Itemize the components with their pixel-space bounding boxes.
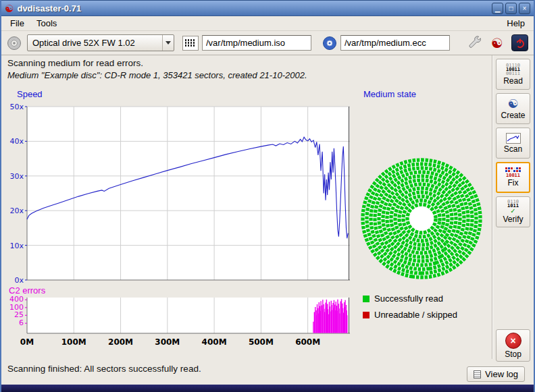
view-log-label: View log	[485, 369, 518, 379]
ecc-path-input[interactable]	[340, 35, 450, 51]
iso-image-icon	[182, 36, 199, 51]
dvdisaster-logo-icon[interactable]: ☯	[491, 36, 503, 50]
legend-item-unreadable: Unreadable / skipped	[363, 310, 457, 320]
status-line-1: Scanning medium for read errors.	[7, 58, 143, 68]
svg-text:50x: 50x	[9, 103, 24, 111]
svg-text:40x: 40x	[9, 137, 24, 146]
window-bottom-frame	[0, 385, 535, 392]
create-button-label: Create	[501, 111, 525, 120]
legend-label-unreadable: Unreadable / skipped	[374, 310, 457, 320]
menubar: File Tools Help	[1, 16, 534, 31]
main-area: Scanning medium for read errors. Medium …	[1, 55, 534, 385]
verify-button-label: Verify	[503, 215, 523, 224]
maximize-icon[interactable]: □	[505, 3, 517, 14]
window-title: dvdisaster-0.71	[17, 3, 81, 13]
read-button-label: Read	[503, 76, 523, 86]
fix-pixels-icon	[505, 167, 521, 172]
svg-text:0M: 0M	[20, 337, 34, 347]
drive-icon[interactable]	[7, 36, 22, 51]
titlebar: ☯ dvdisaster-0.71 ▁ □ ×	[1, 0, 534, 16]
status-line-2: Medium "Example disc": CD-R mode 1, 3534…	[7, 70, 307, 80]
ecc-file-icon	[322, 36, 337, 51]
iso-path-input[interactable]	[202, 35, 311, 51]
legend-swatch-unreadable	[363, 312, 370, 318]
app-window: ☯ dvdisaster-0.71 ▁ □ × File Tools Help …	[0, 0, 535, 392]
svg-text:200M: 200M	[108, 337, 133, 347]
app-icon: ☯	[5, 3, 14, 13]
svg-text:500M: 500M	[249, 337, 274, 347]
svg-text:300M: 300M	[155, 337, 180, 347]
svg-text:400M: 400M	[202, 337, 227, 347]
verify-check-icon: ✓	[510, 208, 515, 214]
view-log-button[interactable]: View log	[467, 366, 525, 382]
minimize-icon[interactable]: ▁	[492, 3, 503, 14]
legend-label-read: Successfully read	[374, 293, 443, 304]
drive-selector-value: Optical drive 52X FW 1.02	[28, 38, 162, 48]
stop-x-icon: ×	[505, 333, 521, 349]
chevron-down-icon[interactable]	[162, 35, 174, 51]
fix-button[interactable]: 10011 Fix	[496, 162, 530, 193]
log-lines-icon	[474, 370, 481, 379]
fix-button-label: Fix	[508, 178, 519, 188]
stop-button[interactable]: × Stop	[496, 329, 530, 362]
medium-state-label: Medium state	[363, 89, 416, 99]
svg-text:100M: 100M	[61, 337, 86, 347]
legend: Successfully read Unreadable / skipped	[363, 293, 457, 320]
menu-file[interactable]: File	[4, 16, 30, 30]
menu-tools[interactable]: Tools	[30, 16, 63, 30]
footer-status-text: Scanning finished: All sectors successfu…	[7, 364, 201, 374]
legend-swatch-read	[363, 296, 370, 302]
medium-state-disc	[361, 158, 482, 279]
fix-binary-icon: 10011	[506, 173, 520, 177]
svg-text:6: 6	[19, 318, 24, 327]
drive-selector[interactable]: Optical drive 52X FW 1.02	[27, 34, 174, 51]
svg-text:600M: 600M	[295, 337, 320, 347]
svg-text:0x: 0x	[14, 276, 24, 285]
create-yinyang-icon: ☯	[507, 98, 518, 110]
quit-power-icon[interactable]	[511, 34, 528, 51]
close-icon[interactable]: ×	[519, 3, 530, 14]
toolbar: Optical drive 52X FW 1.02 ☯	[1, 31, 534, 55]
speed-and-c2-charts: 0x10x20x30x40x50x4001002560M100M200M300M…	[3, 103, 355, 354]
scan-button[interactable]: Scan	[496, 128, 530, 159]
legend-item-read: Successfully read	[363, 293, 457, 304]
read-button[interactable]: 01110 10011 00111 Read	[496, 59, 530, 90]
create-button[interactable]: ☯ Create	[496, 93, 530, 124]
c2-errors-label: C2 errors	[9, 285, 45, 296]
action-sidebar: 01110 10011 00111 Read ☯ Create Scan	[496, 59, 530, 362]
preferences-wrench-icon[interactable]	[467, 35, 483, 51]
sidebar-separator	[492, 55, 493, 359]
menu-help[interactable]: Help	[501, 16, 531, 30]
svg-text:20x: 20x	[9, 206, 24, 215]
scan-chart-icon	[506, 133, 521, 144]
svg-text:10x: 10x	[9, 242, 24, 250]
svg-text:30x: 30x	[9, 172, 24, 181]
verify-button[interactable]: 0110 1011 ✓ Verify	[496, 196, 530, 227]
speed-label: Speed	[17, 89, 43, 99]
stop-button-label: Stop	[505, 349, 521, 359]
scan-button-label: Scan	[504, 144, 522, 154]
read-binary-icon: 01110 10011 00111	[506, 63, 520, 76]
